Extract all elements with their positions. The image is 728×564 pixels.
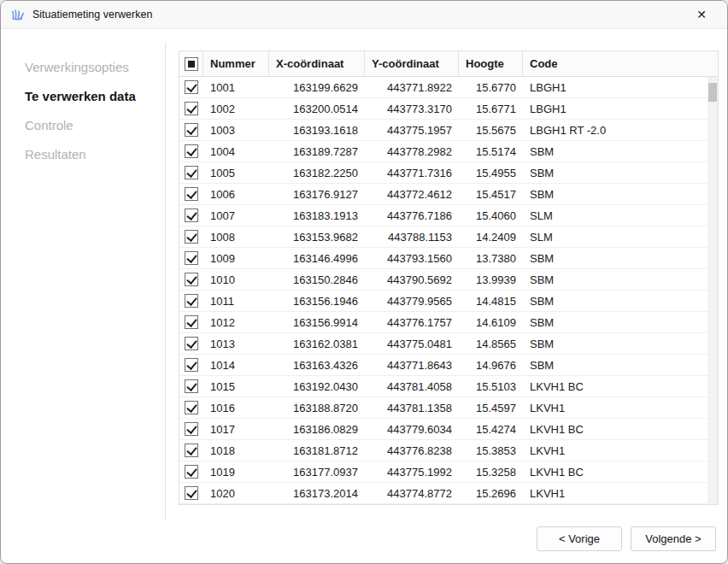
vertical-scrollbar[interactable] — [707, 77, 718, 504]
sidebar-item-resultaten[interactable]: Resultaten — [1, 140, 165, 169]
cell-x-coordinaat: 163176.9127 — [269, 184, 365, 204]
scrollbar-thumb[interactable] — [708, 83, 717, 102]
cell-x-coordinaat: 163177.0937 — [269, 461, 365, 482]
row-checkbox-cell — [179, 205, 203, 226]
row-checkbox[interactable] — [185, 315, 198, 329]
next-button[interactable]: Volgende > — [631, 526, 716, 551]
table-row[interactable]: 1014 163163.4326 443771.8643 14.9676 SBM — [179, 355, 707, 376]
cell-y-coordinaat: 443779.6034 — [365, 419, 459, 439]
row-checkbox[interactable] — [185, 187, 198, 201]
row-checkbox-cell — [179, 461, 203, 482]
table-row[interactable]: 1005 163182.2250 443771.7316 15.4955 SBM — [179, 162, 707, 184]
cell-hoogte: 15.6770 — [459, 77, 523, 97]
column-header-y[interactable]: Y-coördinaat — [365, 51, 459, 76]
table-row[interactable]: 1013 163162.0381 443775.0481 14.8565 SBM — [179, 333, 707, 355]
table-row[interactable]: 1012 163156.9914 443776.1757 14.6109 SBM — [179, 312, 707, 333]
column-header-hoogte[interactable]: Hoogte — [459, 51, 523, 76]
table-row[interactable]: 1018 163181.8712 443776.8238 15.3853 LKV… — [179, 440, 707, 461]
column-header-code[interactable]: Code — [523, 51, 718, 76]
close-icon[interactable]: ✕ — [684, 1, 719, 28]
row-checkbox[interactable] — [185, 422, 198, 436]
previous-button[interactable]: < Vorige — [537, 526, 622, 551]
row-checkbox[interactable] — [185, 273, 198, 286]
row-checkbox[interactable] — [185, 379, 198, 393]
table-row[interactable]: 1007 163183.1913 443776.7186 15.4060 SLM — [179, 205, 707, 226]
cell-code: LBGH1 — [523, 77, 707, 97]
row-checkbox[interactable] — [185, 102, 198, 115]
table-row[interactable]: 1017 163186.0829 443779.6034 15.4274 LKV… — [179, 419, 707, 440]
cell-code: SBM — [523, 248, 707, 268]
cell-code: LKVH1 BC — [523, 419, 707, 439]
select-all-checkbox[interactable] — [185, 57, 198, 71]
cell-nummer: 1011 — [203, 291, 269, 311]
sidebar-item-verwerkingsopties[interactable]: Verwerkingsopties — [1, 53, 165, 82]
cell-hoogte: 13.9939 — [459, 269, 523, 290]
row-checkbox-cell — [179, 397, 203, 418]
row-checkbox-cell — [179, 141, 203, 162]
table-row[interactable]: 1002 163200.0514 443773.3170 15.6771 LBG… — [179, 98, 707, 120]
table-row[interactable]: 1008 163153.9682 443788.1153 14.2409 SLM — [179, 226, 707, 248]
cell-y-coordinaat: 443774.8772 — [365, 483, 459, 503]
table-row[interactable]: 1009 163146.4996 443793.1560 13.7380 SBM — [179, 248, 707, 269]
cell-nummer: 1007 — [203, 205, 269, 226]
table-row[interactable]: 1020 163173.2014 443774.8772 15.2696 LKV… — [179, 483, 707, 504]
cell-nummer: 1005 — [203, 162, 269, 183]
row-checkbox[interactable] — [185, 401, 198, 414]
row-checkbox-cell — [179, 312, 203, 332]
table-row[interactable]: 1004 163189.7287 443778.2982 15.5174 SBM — [179, 141, 707, 162]
table-row[interactable]: 1016 163188.8720 443781.1358 15.4597 LKV… — [179, 397, 707, 419]
cell-hoogte: 15.4955 — [459, 162, 523, 183]
row-checkbox[interactable] — [185, 144, 198, 158]
row-checkbox-cell — [179, 376, 203, 397]
window-title: Situatiemeting verwerken — [32, 9, 152, 21]
row-checkbox[interactable] — [185, 444, 198, 457]
cell-code: SBM — [523, 355, 707, 375]
table-row[interactable]: 1003 163193.1618 443775.1957 15.5675 LBG… — [179, 120, 707, 141]
row-checkbox[interactable] — [185, 209, 198, 222]
row-checkbox[interactable] — [185, 251, 198, 265]
column-header-x[interactable]: X-coördinaat — [269, 51, 365, 76]
table-row[interactable]: 1019 163177.0937 443775.1992 15.3258 LKV… — [179, 461, 707, 483]
row-checkbox[interactable] — [185, 337, 198, 350]
cell-y-coordinaat: 443776.1757 — [365, 312, 459, 332]
row-checkbox[interactable] — [185, 294, 198, 308]
cell-hoogte: 15.3258 — [459, 461, 523, 482]
cell-hoogte: 14.8565 — [459, 333, 523, 354]
wizard-sidebar: Verwerkingsopties Te verwerken data Cont… — [1, 29, 165, 169]
cell-x-coordinaat: 163173.2014 — [269, 483, 365, 503]
cell-y-coordinaat: 443775.1992 — [365, 461, 459, 482]
column-header-nummer[interactable]: Nummer — [203, 51, 269, 76]
row-checkbox[interactable] — [185, 230, 198, 244]
table-row[interactable]: 1010 163150.2846 443790.5692 13.9939 SBM — [179, 269, 707, 291]
table-row[interactable]: 1011 163156.1946 443779.9565 14.4815 SBM — [179, 291, 707, 312]
row-checkbox[interactable] — [185, 358, 198, 372]
data-grid: Nummer X-coördinaat Y-coördinaat Hoogte … — [179, 50, 719, 505]
row-checkbox[interactable] — [185, 166, 198, 179]
cell-nummer: 1018 — [203, 440, 269, 461]
cell-x-coordinaat: 163153.9682 — [269, 226, 365, 247]
table-row[interactable]: 1006 163176.9127 443772.4612 15.4517 SBM — [179, 184, 707, 205]
row-checkbox-cell — [179, 355, 203, 375]
row-checkbox[interactable] — [185, 123, 198, 137]
cell-y-coordinaat: 443775.1957 — [365, 120, 459, 140]
cell-y-coordinaat: 443781.4058 — [365, 376, 459, 397]
cell-code: LBGH1 — [523, 98, 707, 119]
table-row[interactable]: 1015 163192.0430 443781.4058 15.5103 LKV… — [179, 376, 707, 397]
cell-hoogte: 15.3853 — [459, 440, 523, 461]
cell-code: LKVH1 — [523, 483, 707, 503]
sidebar-item-te-verwerken-data[interactable]: Te verwerken data — [1, 82, 165, 111]
cell-y-coordinaat: 443771.7316 — [365, 162, 459, 183]
sidebar-item-controle[interactable]: Controle — [1, 111, 165, 140]
table-row[interactable]: 1001 163199.6629 443771.8922 15.6770 LBG… — [179, 77, 707, 98]
cell-code: SBM — [523, 141, 707, 162]
cell-x-coordinaat: 163193.1618 — [269, 120, 365, 140]
table-header-row: Nummer X-coördinaat Y-coördinaat Hoogte … — [179, 51, 718, 77]
cell-code: SLM — [523, 205, 707, 226]
row-checkbox[interactable] — [185, 80, 198, 94]
cell-code: SBM — [523, 162, 707, 183]
row-checkbox[interactable] — [185, 486, 198, 500]
row-checkbox[interactable] — [185, 465, 198, 479]
cell-y-coordinaat: 443771.8643 — [365, 355, 459, 375]
cell-hoogte: 15.4597 — [459, 397, 523, 418]
cell-hoogte: 15.2696 — [459, 483, 523, 503]
